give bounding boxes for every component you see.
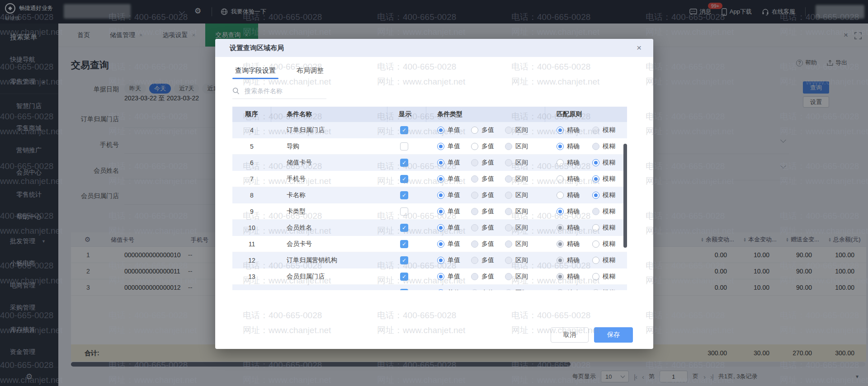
radio-option[interactable]: 区间 [505, 142, 528, 151]
dialog-tab[interactable]: 布局调整 [294, 66, 326, 79]
radio-option[interactable]: 精确 [557, 207, 580, 216]
radio-option[interactable]: 模糊 [592, 273, 615, 281]
show-checkbox[interactable]: ✓ [400, 159, 408, 167]
condition-name: 手机号 [271, 175, 387, 183]
show-checkbox[interactable]: ✓ [400, 289, 408, 291]
radio-option[interactable]: 单值 [437, 142, 460, 151]
radio-label: 区间 [515, 207, 528, 216]
radio-option[interactable]: 单值 [437, 126, 460, 134]
condition-name: 卡名称 [271, 191, 387, 199]
radio-option[interactable]: 精确 [557, 273, 580, 281]
radio-option[interactable]: 多值 [471, 126, 494, 134]
radio-option[interactable]: 单值 [437, 224, 460, 232]
show-checkbox[interactable]: ✓ [400, 240, 408, 248]
cancel-button[interactable]: 取消 [551, 327, 589, 343]
radio-option[interactable]: 模糊 [592, 224, 615, 232]
radio-option[interactable]: 模糊 [592, 142, 615, 151]
dialog-tab[interactable]: 查询字段设置 [232, 66, 278, 79]
order-number: 4 [232, 127, 271, 134]
save-button[interactable]: 保存 [594, 327, 633, 343]
dialog-header: 设置查询区域布局 × [215, 39, 653, 57]
radio-option[interactable]: 精确 [557, 175, 580, 183]
vertical-scrollbar-thumb[interactable] [623, 144, 627, 248]
radio-option[interactable]: 精确 [557, 191, 580, 199]
radio-option[interactable]: 单值 [437, 240, 460, 248]
radio-option[interactable]: 单值 [437, 256, 460, 264]
search-icon [232, 87, 240, 94]
radio-label: 多值 [481, 240, 494, 248]
radio-option[interactable]: 单值 [437, 273, 460, 281]
radio-option[interactable]: 多值 [471, 224, 494, 232]
radio-option[interactable]: 多值 [471, 159, 494, 167]
radio-option[interactable]: 模糊 [592, 175, 615, 183]
radio-label: 精确 [567, 224, 580, 232]
radio-selected-icon [437, 273, 444, 280]
show-checkbox[interactable]: ✓ [400, 224, 408, 232]
radio-icon [505, 143, 512, 150]
radio-label: 单值 [448, 159, 460, 167]
radio-option[interactable]: 多值 [471, 191, 494, 199]
radio-option[interactable]: 精确 [557, 159, 580, 167]
condition-name: 订单归属营销机构 [271, 256, 387, 264]
close-icon[interactable]: × [637, 43, 642, 53]
radio-label: 区间 [515, 126, 528, 134]
condition-search-input[interactable] [244, 87, 316, 95]
condition-name: 储值卡号 [271, 159, 387, 167]
radio-option[interactable]: 区间 [505, 175, 528, 183]
radio-option[interactable]: 模糊 [592, 256, 615, 264]
radio-icon [505, 208, 512, 215]
condition-row: 8卡名称✓单值多值区间精确模糊 [232, 187, 627, 203]
radio-option[interactable]: 单值 [437, 191, 460, 199]
radio-option[interactable]: 精确 [557, 289, 580, 291]
show-checkbox[interactable]: ✓ [400, 273, 408, 281]
radio-selected-icon [557, 240, 564, 248]
show-checkbox[interactable]: ✓ [400, 256, 408, 264]
radio-option[interactable]: 模糊 [592, 240, 615, 248]
radio-option[interactable]: 多值 [471, 289, 494, 291]
radio-option[interactable]: 区间 [505, 191, 528, 199]
radio-option[interactable]: 区间 [505, 207, 528, 216]
radio-option[interactable]: 模糊 [592, 191, 615, 199]
radio-option[interactable]: 多值 [471, 240, 494, 248]
radio-selected-icon [557, 289, 564, 291]
radio-option[interactable]: 精确 [557, 256, 580, 264]
radio-option[interactable]: 区间 [505, 126, 528, 134]
radio-option[interactable]: 多值 [471, 207, 494, 216]
radio-option[interactable]: 精确 [557, 126, 580, 134]
radio-option[interactable]: 多值 [471, 175, 494, 183]
radio-icon [505, 127, 512, 134]
radio-option[interactable]: 区间 [505, 159, 528, 167]
radio-option[interactable]: 模糊 [592, 289, 615, 291]
radio-option[interactable]: 模糊 [592, 159, 615, 167]
radio-option[interactable]: 多值 [471, 142, 494, 151]
radio-option[interactable]: 多值 [471, 256, 494, 264]
radio-option[interactable]: 精确 [557, 224, 580, 232]
radio-option[interactable]: 区间 [505, 240, 528, 248]
radio-option[interactable]: 区间 [505, 273, 528, 281]
radio-option[interactable]: 单值 [437, 289, 460, 291]
radio-option[interactable]: 模糊 [592, 126, 615, 134]
radio-selected-icon [437, 289, 444, 291]
radio-icon [471, 175, 478, 183]
radio-option[interactable]: 精确 [557, 142, 580, 151]
radio-icon [557, 192, 564, 199]
radio-selected-icon [557, 127, 564, 134]
radio-label: 区间 [515, 191, 528, 199]
radio-option[interactable]: 多值 [471, 273, 494, 281]
show-checkbox[interactable]: ✓ [400, 126, 408, 134]
condition-name: 会员姓名 [271, 224, 387, 232]
radio-label: 精确 [567, 207, 580, 216]
show-checkbox[interactable]: ✓ [400, 191, 408, 199]
radio-option[interactable]: 区间 [505, 289, 528, 291]
radio-option[interactable]: 精确 [557, 240, 580, 248]
radio-option[interactable]: 区间 [505, 224, 528, 232]
layout-settings-dialog: 设置查询区域布局 × 查询字段设置布局调整 顺序 条件名称 显示 条件类型 匹配… [215, 39, 653, 349]
show-checkbox[interactable]: ✓ [400, 175, 408, 183]
radio-option[interactable]: 区间 [505, 256, 528, 264]
show-checkbox[interactable] [400, 142, 408, 151]
radio-option[interactable]: 单值 [437, 175, 460, 183]
radio-option[interactable]: 单值 [437, 159, 460, 167]
radio-option[interactable]: 模糊 [592, 207, 615, 216]
radio-option[interactable]: 单值 [437, 207, 460, 216]
show-checkbox[interactable] [400, 207, 408, 216]
